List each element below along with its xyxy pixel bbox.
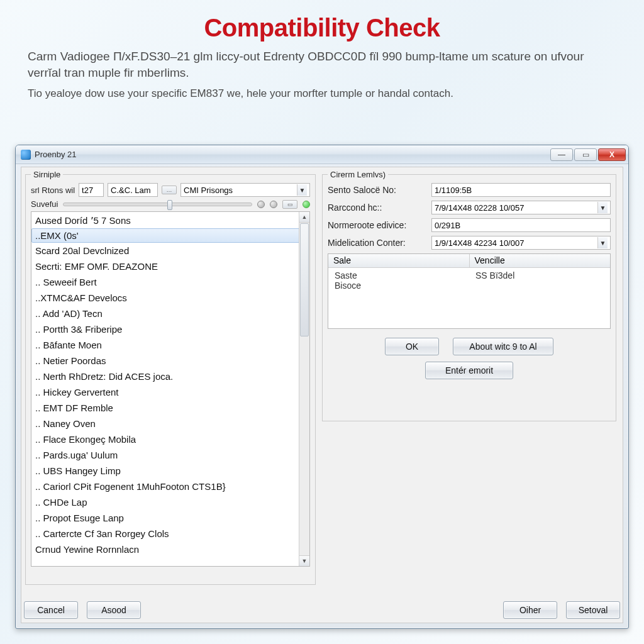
rtons-input-1[interactable]: [79, 183, 104, 197]
list-item[interactable]: Crnud Yewine Rornnlacn: [31, 541, 309, 557]
list-item[interactable]: .. Propot Esuge Lanp: [31, 510, 309, 526]
list-item[interactable]: Aused Doríd ʼ5 7 Sons: [31, 213, 309, 228]
grid-header-sale[interactable]: Sale: [328, 254, 470, 268]
list-item[interactable]: ..XTMC&AF Develocs: [31, 290, 309, 306]
prisongs-combo[interactable]: CMI Prisongs ▼: [180, 183, 310, 197]
list-item[interactable]: .. Flace Ekongeç Mobila: [31, 431, 309, 447]
window-title: Proenby 21: [35, 150, 77, 159]
chevron-down-icon: ▼: [597, 237, 608, 248]
page-subtitle: Carm Vadiogee П/xF.DS30–21 glm liccy-out…: [28, 48, 616, 80]
left-group: Sirniple srl Rtons wil … CMI Prisongs ▼ …: [25, 170, 316, 585]
client-area: Sirniple srl Rtons wil … CMI Prisongs ▼ …: [21, 167, 623, 623]
form-row: Midelication Conter:1/9/14X48 42234 10/0…: [328, 236, 611, 250]
list-item[interactable]: .. CHDe Lap: [31, 494, 309, 510]
scroll-thumb[interactable]: [300, 223, 309, 336]
right-group: Cirerm Lemlvs) Sento Salocë No:Rarccond …: [322, 170, 616, 421]
form-row: Rarccond hc::7/9/14X48 02228 10/057▼: [328, 201, 611, 214]
form-label: Rarccond hc::: [328, 203, 431, 213]
chevron-down-icon: ▼: [597, 202, 608, 213]
list-item[interactable]: Scard 20al Devclnized: [31, 243, 309, 258]
about-button[interactable]: About witc 9 to Al: [453, 338, 553, 355]
list-item[interactable]: .. Naney Oven: [31, 416, 309, 431]
close-button[interactable]: X: [598, 148, 626, 161]
page-title: Compatibility Check: [28, 14, 616, 42]
scroll-up-icon[interactable]: ▲: [299, 212, 309, 223]
form-label: Normeroote edivice:: [328, 220, 431, 230]
list-item[interactable]: .. Add 'AD) Tecn: [31, 306, 309, 321]
setoval-button[interactable]: Setoval: [566, 601, 620, 619]
list-item[interactable]: .. Netier Poordas: [31, 353, 309, 369]
minimize-button[interactable]: —: [550, 148, 573, 161]
form-combo[interactable]: 1/9/14X48 42234 10/007▼: [431, 236, 611, 250]
grid-header-vencille[interactable]: Vencille: [470, 254, 611, 268]
list-item[interactable]: .. Nerth RhDretz: Did ACES joca.: [31, 369, 309, 384]
rtons-label: srl Rtons wil: [31, 186, 75, 195]
suvefui-label: Suvefui: [31, 199, 58, 209]
chevron-down-icon: ▼: [297, 184, 307, 196]
list-scrollbar[interactable]: ▲ ▼: [299, 212, 309, 566]
other-button[interactable]: Oiher: [503, 601, 557, 619]
form-combo[interactable]: 7/9/14X48 02228 10/057▼: [431, 201, 611, 214]
display-icon[interactable]: ▭: [282, 200, 297, 209]
prisongs-combo-value: CMI Prisongs: [184, 186, 233, 195]
scroll-down-icon[interactable]: ▼: [299, 555, 309, 566]
form-label: Midelication Conter:: [328, 238, 431, 248]
ok-button[interactable]: OK: [385, 338, 439, 355]
dialog-window: Proenby 21 — ▭ X Sirniple srl Rtons wil …: [15, 145, 629, 629]
left-group-legend: Sirniple: [31, 170, 63, 179]
suvefui-slider[interactable]: [63, 203, 252, 206]
list-item[interactable]: Secrti: EMF OMF. DEAZONE: [31, 258, 309, 274]
list-item[interactable]: .. Pards.uga' Uulum: [31, 447, 309, 463]
grid-cell-left: Saste Bisoce: [328, 268, 469, 328]
titlebar[interactable]: Proenby 21 — ▭ X: [16, 145, 628, 164]
lookup-icon[interactable]: …: [162, 186, 177, 194]
list-item[interactable]: .. EMT DF Remble: [31, 400, 309, 416]
list-item[interactable]: .. Portth 3& Friberipe: [31, 321, 309, 337]
form-textbox[interactable]: [431, 218, 611, 232]
device-listbox[interactable]: Aused Doríd ʼ5 7 Sons..EMX (0s'Scard 20a…: [31, 211, 310, 567]
enter-button[interactable]: Entér emorit: [425, 362, 513, 379]
form-combo-value: 7/9/14X48 02228 10/057: [435, 203, 524, 213]
list-item[interactable]: .. UBS Hangey Limp: [31, 463, 309, 479]
list-item[interactable]: .. Bāfante Moen: [31, 337, 309, 353]
list-item[interactable]: ..EMX (0s': [31, 228, 309, 243]
cancel-button[interactable]: Cancel: [24, 601, 78, 619]
form-row: Sento Salocë No:: [328, 183, 611, 197]
rtons-input-2[interactable]: [108, 183, 158, 197]
list-item[interactable]: .. Cartercte Cf 3an Rorgey Clols: [31, 526, 309, 541]
status-indicator-2: [270, 201, 277, 208]
right-group-legend: Cirerm Lemlvs): [328, 170, 388, 179]
list-item[interactable]: .. Cariorl CPit Fogenent 1MuhFooton CTS1…: [31, 479, 309, 494]
app-icon: [21, 150, 31, 160]
list-item[interactable]: .. Hickey Gervertent: [31, 384, 309, 400]
form-textbox[interactable]: [431, 183, 611, 197]
form-label: Sento Salocë No:: [328, 185, 431, 195]
sale-grid[interactable]: Sale Vencille Saste Bisoce SS Bï3del: [328, 253, 611, 329]
status-indicator-1: [257, 201, 265, 208]
page-subtitle-2: Tio yealoye dow use your specific EM837 …: [28, 87, 616, 101]
form-row: Normeroote edivice:: [328, 218, 611, 232]
maximize-button[interactable]: ▭: [574, 148, 597, 161]
form-combo-value: 1/9/14X48 42234 10/007: [435, 238, 524, 248]
status-indicator-green: [303, 201, 310, 208]
list-item[interactable]: .. Seweeif Bert: [31, 274, 309, 290]
grid-cell-right: SS Bï3del: [469, 268, 610, 328]
asood-button[interactable]: Asood: [87, 601, 141, 619]
